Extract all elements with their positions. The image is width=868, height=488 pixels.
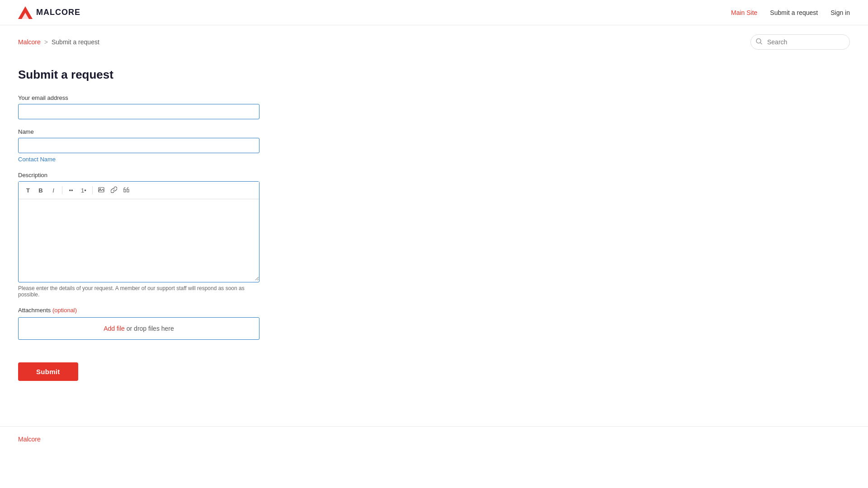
- toolbar-ol-btn[interactable]: 1•: [78, 184, 90, 196]
- description-textarea[interactable]: [19, 199, 259, 281]
- logo-icon: [18, 6, 33, 19]
- name-hint: Contact Name: [18, 156, 371, 163]
- ordered-list-icon: 1•: [81, 187, 86, 194]
- toolbar-text-btn[interactable]: T: [22, 184, 34, 196]
- site-footer: Malcore: [0, 426, 868, 452]
- italic-icon: I: [52, 187, 54, 194]
- submit-button[interactable]: Submit: [18, 362, 78, 381]
- image-icon: [98, 187, 104, 194]
- page-title: Submit a request: [18, 68, 371, 82]
- description-group: Description T B I ••: [18, 172, 371, 298]
- breadcrumb-bar: Malcore > Submit a request: [0, 25, 868, 54]
- logo-text: MALCORE: [36, 8, 80, 17]
- toolbar-divider-1: [62, 186, 62, 194]
- toolbar-quote-btn[interactable]: [121, 184, 132, 196]
- attachments-group: Attachments (optional) Add file or drop …: [18, 307, 371, 340]
- toolbar-italic-btn[interactable]: I: [47, 184, 59, 196]
- site-header: MALCORE Main Site Submit a request Sign …: [0, 0, 868, 25]
- unordered-list-icon: ••: [69, 187, 73, 194]
- text-icon: T: [26, 187, 30, 194]
- add-file-link[interactable]: Add file: [104, 325, 125, 332]
- bold-icon: B: [38, 187, 42, 194]
- editor-toolbar: T B I •• 1•: [19, 182, 259, 199]
- nav-main-site[interactable]: Main Site: [731, 9, 757, 16]
- description-editor: T B I •• 1•: [18, 181, 259, 282]
- description-hint: Please enter the details of your request…: [18, 285, 259, 298]
- nav-submit-request[interactable]: Submit a request: [770, 9, 818, 16]
- name-group: Name Contact Name: [18, 128, 371, 163]
- name-label: Name: [18, 128, 371, 135]
- breadcrumb-root[interactable]: Malcore: [18, 38, 41, 46]
- toolbar-link-btn[interactable]: [108, 184, 120, 196]
- nav-sign-in[interactable]: Sign in: [830, 9, 850, 16]
- attachments-label: Attachments (optional): [18, 307, 371, 314]
- breadcrumb: Malcore > Submit a request: [18, 38, 99, 46]
- description-label: Description: [18, 172, 371, 178]
- toolbar-bold-btn[interactable]: B: [35, 184, 47, 196]
- submit-request-form: Your email address Name Contact Name Des…: [18, 94, 371, 381]
- quote-icon: [123, 187, 130, 194]
- breadcrumb-separator: >: [44, 38, 48, 46]
- toolbar-image-btn[interactable]: [95, 184, 107, 196]
- svg-point-5: [99, 188, 100, 189]
- toolbar-divider-2: [92, 186, 93, 194]
- toolbar-ul-btn[interactable]: ••: [65, 184, 77, 196]
- email-group: Your email address: [18, 94, 371, 119]
- attachments-optional: (optional): [52, 307, 77, 314]
- main-content: Submit a request Your email address Name…: [0, 54, 389, 408]
- search-input[interactable]: [750, 34, 850, 50]
- link-icon: [111, 187, 117, 194]
- nav-links: Main Site Submit a request Sign in: [731, 9, 850, 16]
- drop-text: or drop files here: [127, 325, 174, 332]
- email-field[interactable]: [18, 104, 259, 119]
- email-label: Your email address: [18, 94, 371, 101]
- file-drop-zone[interactable]: Add file or drop files here: [18, 317, 259, 340]
- logo-area: MALCORE: [18, 6, 80, 19]
- search-container: [750, 34, 850, 50]
- name-field[interactable]: [18, 138, 259, 153]
- breadcrumb-current: Submit a request: [52, 38, 99, 46]
- footer-link[interactable]: Malcore: [18, 436, 41, 443]
